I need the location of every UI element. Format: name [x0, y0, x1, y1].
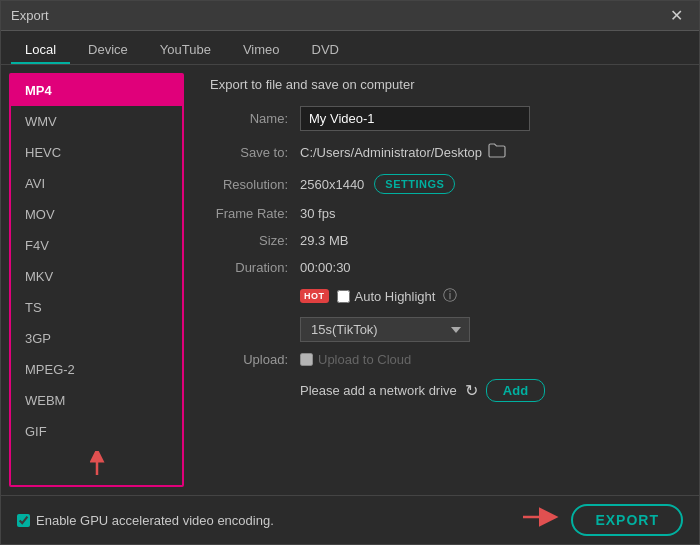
duration-label: Duration: [210, 260, 300, 275]
size-row: Size: 29.3 MB [210, 233, 681, 248]
upload-label: Upload: [210, 352, 300, 367]
resolution-row: Resolution: 2560x1440 SETTINGS [210, 174, 681, 194]
gpu-label[interactable]: Enable GPU accelerated video encoding. [17, 513, 274, 528]
tiktok-row: 15s(TikTok) [300, 317, 681, 342]
format-ts[interactable]: TS [11, 292, 182, 323]
save-to-row: Save to: C:/Users/Administrator/Desktop [210, 143, 681, 162]
framerate-label: Frame Rate: [210, 206, 300, 221]
framerate-row: Frame Rate: 30 fps [210, 206, 681, 221]
save-to-label: Save to: [210, 145, 300, 160]
auto-highlight-checkbox[interactable] [337, 290, 350, 303]
format-mkv[interactable]: MKV [11, 261, 182, 292]
export-section: EXPORT [521, 504, 683, 536]
tiktok-select[interactable]: 15s(TikTok) [300, 317, 470, 342]
section-title: Export to file and save on computer [210, 77, 681, 92]
gpu-checkbox[interactable] [17, 514, 30, 527]
size-label: Size: [210, 233, 300, 248]
format-f4v[interactable]: F4V [11, 230, 182, 261]
window-title: Export [11, 8, 49, 23]
bottom-bar: Enable GPU accelerated video encoding. E… [1, 495, 699, 544]
format-avi[interactable]: AVI [11, 168, 182, 199]
close-button[interactable]: ✕ [664, 4, 689, 27]
export-arrow-icon [521, 506, 559, 534]
format-hevc[interactable]: HEVC [11, 137, 182, 168]
network-text: Please add a network drive [300, 383, 457, 398]
auto-highlight-row: HOT Auto Highlight ⓘ [210, 287, 681, 305]
tab-device[interactable]: Device [74, 37, 142, 64]
format-gif[interactable]: GIF [11, 416, 182, 445]
info-icon[interactable]: ⓘ [443, 287, 457, 305]
upload-cloud-checkbox[interactable] [300, 353, 313, 366]
network-row: Please add a network drive ↻ Add [210, 379, 681, 402]
framerate-value: 30 fps [300, 206, 335, 221]
auto-highlight-content: HOT Auto Highlight ⓘ [300, 287, 457, 305]
format-webm[interactable]: WEBM [11, 385, 182, 416]
settings-button[interactable]: SETTINGS [374, 174, 455, 194]
resolution-label: Resolution: [210, 177, 300, 192]
title-bar: Export ✕ [1, 1, 699, 31]
arrow-up-icon [86, 451, 108, 479]
size-value: 29.3 MB [300, 233, 348, 248]
format-3gp[interactable]: 3GP [11, 323, 182, 354]
format-list: MP4 WMV HEVC AVI MOV F4V MKV TS 3GP MPEG… [11, 75, 182, 445]
hot-badge: HOT [300, 289, 329, 303]
duration-value: 00:00:30 [300, 260, 351, 275]
settings-panel: Export to file and save on computer Name… [192, 65, 699, 495]
refresh-icon[interactable]: ↻ [465, 381, 478, 400]
main-content: MP4 WMV HEVC AVI MOV F4V MKV TS 3GP MPEG… [1, 65, 699, 495]
add-button[interactable]: Add [486, 379, 545, 402]
resolution-value: 2560x1440 [300, 177, 364, 192]
name-input[interactable] [300, 106, 530, 131]
format-panel: MP4 WMV HEVC AVI MOV F4V MKV TS 3GP MPEG… [9, 73, 184, 487]
format-mpeg2[interactable]: MPEG-2 [11, 354, 182, 385]
upload-cloud-label[interactable]: Upload to Cloud [300, 352, 411, 367]
tabs-bar: Local Device YouTube Vimeo DVD [1, 31, 699, 65]
tab-youtube[interactable]: YouTube [146, 37, 225, 64]
duration-row: Duration: 00:00:30 [210, 260, 681, 275]
network-content: Please add a network drive ↻ Add [300, 379, 545, 402]
folder-icon[interactable] [488, 143, 506, 162]
tab-dvd[interactable]: DVD [298, 37, 353, 64]
upload-row: Upload: Upload to Cloud [210, 352, 681, 367]
export-window: Export ✕ Local Device YouTube Vimeo DVD … [0, 0, 700, 545]
save-to-content: C:/Users/Administrator/Desktop [300, 143, 506, 162]
tab-vimeo[interactable]: Vimeo [229, 37, 294, 64]
format-mov[interactable]: MOV [11, 199, 182, 230]
upload-cloud-text: Upload to Cloud [318, 352, 411, 367]
tab-local[interactable]: Local [11, 37, 70, 64]
gpu-text: Enable GPU accelerated video encoding. [36, 513, 274, 528]
name-row: Name: [210, 106, 681, 131]
format-wmv[interactable]: WMV [11, 106, 182, 137]
name-label: Name: [210, 111, 300, 126]
format-mp4[interactable]: MP4 [11, 75, 182, 106]
auto-highlight-text: Auto Highlight [355, 289, 436, 304]
resolution-content: 2560x1440 SETTINGS [300, 174, 455, 194]
save-path-text: C:/Users/Administrator/Desktop [300, 145, 482, 160]
auto-highlight-label[interactable]: Auto Highlight [337, 289, 436, 304]
scroll-arrow [11, 445, 182, 485]
export-button[interactable]: EXPORT [571, 504, 683, 536]
